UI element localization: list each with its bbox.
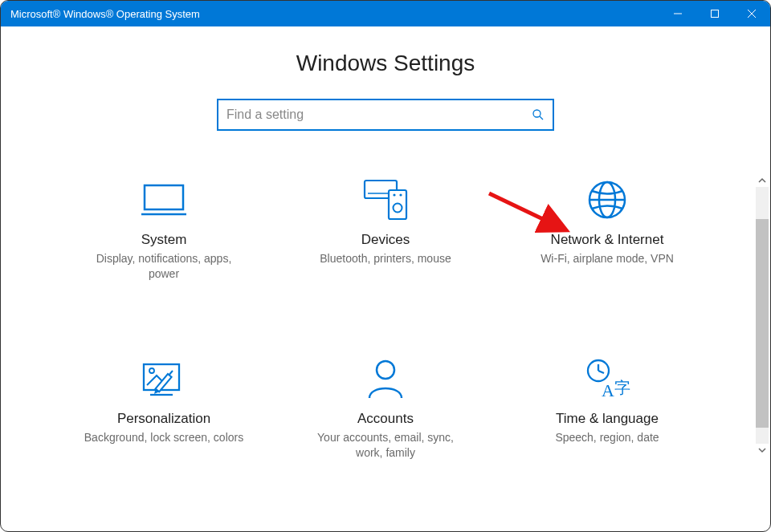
devices-icon (361, 179, 410, 221)
minimize-icon (674, 10, 682, 18)
content-pane: Windows Settings System Display, notific… (1, 26, 770, 531)
chevron-up-icon (758, 177, 766, 185)
page-title: Windows Settings (1, 51, 770, 76)
search-input[interactable] (226, 108, 532, 122)
svg-line-25 (598, 371, 604, 373)
tile-personalization[interactable]: Personalization Background, lock screen,… (57, 358, 271, 461)
tile-devices[interactable]: Devices Bluetooth, printers, mouse (279, 179, 492, 282)
tile-title: Time & language (556, 411, 659, 427)
tile-time-language[interactable]: A 字 Time & language Speech, region, date (500, 358, 714, 461)
svg-point-22 (377, 361, 394, 379)
close-icon (748, 10, 756, 18)
tile-desc: Display, notifications, apps, power (84, 251, 244, 282)
tile-title: Devices (361, 232, 410, 248)
svg-point-4 (533, 110, 541, 117)
person-icon (366, 358, 405, 400)
tile-desc: Speech, region, date (555, 430, 659, 445)
maximize-icon (711, 10, 719, 18)
scroll-down-button[interactable] (756, 444, 769, 457)
svg-rect-6 (145, 185, 183, 209)
scrollbar-thumb[interactable] (756, 219, 769, 428)
personalization-icon (141, 358, 187, 400)
time-language-icon: A 字 (584, 358, 630, 400)
tile-desc: Your accounts, email, sync, work, family (305, 430, 466, 461)
tile-title: System (141, 232, 187, 248)
svg-rect-1 (712, 10, 719, 18)
tile-accounts[interactable]: Accounts Your accounts, email, sync, wor… (279, 358, 492, 461)
tile-network[interactable]: Network & Internet Wi-Fi, airplane mode,… (500, 179, 714, 282)
svg-point-12 (393, 193, 395, 196)
svg-point-13 (399, 193, 402, 196)
tile-desc: Bluetooth, printers, mouse (320, 251, 451, 266)
close-button[interactable] (733, 1, 770, 26)
svg-text:A: A (602, 380, 614, 400)
svg-point-19 (149, 368, 154, 373)
search-icon (532, 108, 545, 121)
chevron-down-icon (758, 446, 766, 454)
globe-icon (586, 179, 628, 221)
search-box[interactable] (217, 99, 554, 131)
tile-system[interactable]: System Display, notifications, apps, pow… (57, 179, 271, 282)
minimize-button[interactable] (659, 1, 696, 26)
maximize-button[interactable] (696, 1, 733, 26)
tile-desc: Background, lock screen, colors (84, 430, 243, 445)
search-container (1, 99, 770, 131)
svg-text:字: 字 (614, 379, 630, 396)
scroll-up-button[interactable] (756, 174, 769, 187)
svg-line-5 (540, 116, 543, 120)
window-controls (659, 1, 770, 26)
display-icon (140, 179, 188, 221)
tile-title: Personalization (117, 411, 210, 427)
tile-desc: Wi-Fi, airplane mode, VPN (541, 251, 674, 266)
tile-title: Accounts (357, 411, 414, 427)
settings-grid: System Display, notifications, apps, pow… (1, 179, 770, 461)
titlebar: Microsoft® Windows® Operating System (1, 1, 770, 26)
tile-title: Network & Internet (551, 232, 664, 248)
window-title: Microsoft® Windows® Operating System (1, 8, 659, 20)
svg-rect-10 (389, 190, 406, 219)
